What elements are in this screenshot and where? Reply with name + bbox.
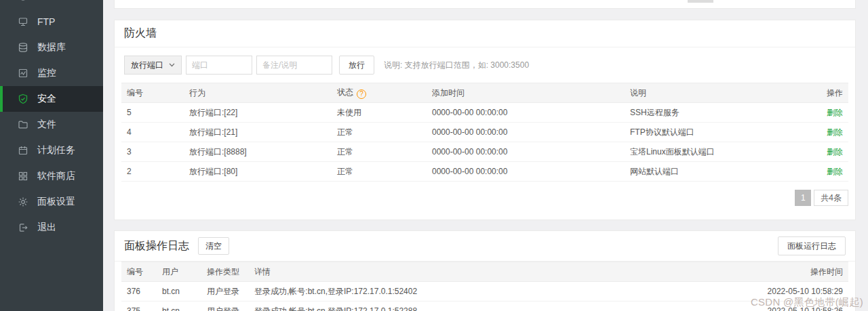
folder-icon bbox=[18, 119, 28, 130]
log-time: 2022-05-10 10:58:29 bbox=[719, 282, 848, 302]
rule-type-select[interactable]: 放行端口 bbox=[124, 56, 182, 75]
log-type: 用户登录 bbox=[201, 282, 249, 302]
rule-added: 0000-00-00 00:00:00 bbox=[427, 162, 625, 182]
rule-status: 正常 bbox=[332, 162, 427, 182]
log-id: 376 bbox=[121, 282, 157, 302]
sidebar-item-logout[interactable]: 退出 bbox=[0, 215, 103, 241]
panel-run-log-button[interactable]: 面板运行日志 bbox=[778, 236, 846, 255]
sidebar-item-label: 退出 bbox=[37, 222, 56, 234]
cutoff-button-remnant bbox=[688, 0, 713, 3]
log-row: 376 bt.cn 用户登录 登录成功,帐号:bt.cn,登录IP:172.17… bbox=[121, 282, 848, 302]
delete-rule-link[interactable]: 删除 bbox=[827, 167, 843, 176]
allow-port-button[interactable]: 放行 bbox=[339, 56, 374, 75]
sidebar-item-database[interactable]: 数据库 bbox=[0, 35, 103, 60]
rule-action: 放行端口:[8888] bbox=[184, 142, 332, 162]
col-log-type: 操作类型 bbox=[201, 262, 249, 282]
clear-logs-button[interactable]: 清空 bbox=[198, 237, 229, 255]
delete-rule-link[interactable]: 删除 bbox=[827, 147, 843, 157]
col-log-time: 操作时间 bbox=[719, 262, 848, 282]
shield-icon bbox=[18, 94, 28, 104]
log-type: 用户登录 bbox=[201, 302, 249, 311]
firewall-rule-row: 5 放行端口:[22] 未使用 0000-00-00 00:00:00 SSH远… bbox=[121, 103, 848, 123]
rule-id: 2 bbox=[121, 162, 184, 182]
sidebar-item-settings[interactable]: 面板设置 bbox=[0, 189, 103, 215]
firewall-rule-row: 2 放行端口:[80] 正常 0000-00-00 00:00:00 网站默认端… bbox=[121, 162, 848, 182]
sidebar-item-appstore[interactable]: 软件商店 bbox=[0, 163, 103, 189]
rule-id: 5 bbox=[121, 103, 184, 123]
database-icon bbox=[18, 42, 28, 53]
col-log-id: 编号 bbox=[121, 262, 157, 282]
port-input[interactable] bbox=[186, 56, 252, 75]
sidebar-item-security[interactable]: 安全 bbox=[0, 86, 103, 112]
logs-table-header-row: 编号 用户 操作类型 详情 操作时间 bbox=[121, 262, 848, 282]
sidebar-menu: 网站 FTP 数据库 监控 安全 bbox=[0, 0, 103, 241]
sidebar-item-label: 软件商店 bbox=[37, 170, 75, 182]
rule-remark: 网站默认端口 bbox=[625, 162, 787, 182]
col-log-detail: 详情 bbox=[249, 262, 719, 282]
log-detail: 登录成功,帐号:bt.cn,登录IP:172.17.0.1:52402 bbox=[249, 282, 719, 302]
delete-rule-link[interactable]: 删除 bbox=[827, 127, 843, 137]
sidebar-item-label: 计划任务 bbox=[37, 144, 75, 157]
status-help-icon[interactable]: ? bbox=[357, 89, 366, 99]
rule-added: 0000-00-00 00:00:00 bbox=[427, 123, 625, 142]
logout-icon bbox=[18, 222, 28, 233]
col-operation: 操作 bbox=[787, 83, 848, 103]
col-action: 行为 bbox=[184, 83, 332, 103]
firewall-table-header-row: 编号 行为 状态? 添加时间 说明 操作 bbox=[121, 83, 848, 103]
rule-status: 正常 bbox=[332, 123, 427, 142]
ftp-icon bbox=[18, 16, 28, 27]
logs-table-wrap: 编号 用户 操作类型 详情 操作时间 376 bt.cn 用户登录 登录成功,帐… bbox=[115, 262, 855, 311]
sidebar-item-ftp[interactable]: FTP bbox=[0, 9, 103, 35]
col-status: 状态? bbox=[332, 83, 427, 103]
port-range-hint: 说明: 支持放行端口范围，如: 3000:3500 bbox=[384, 60, 529, 71]
page-title: 防火墙 bbox=[124, 26, 157, 41]
pagination: 1 共4条 bbox=[115, 182, 855, 220]
rule-type-selected-value: 放行端口 bbox=[131, 60, 163, 71]
chevron-down-icon bbox=[169, 63, 175, 67]
logs-table: 编号 用户 操作类型 详情 操作时间 376 bt.cn 用户登录 登录成功,帐… bbox=[121, 262, 848, 311]
sidebar-item-label: 安全 bbox=[37, 93, 56, 105]
rule-action: 放行端口:[21] bbox=[184, 123, 332, 142]
sidebar-item-cron[interactable]: 计划任务 bbox=[0, 138, 103, 163]
col-remark: 说明 bbox=[625, 83, 787, 103]
logs-card-header: 面板操作日志 清空 面板运行日志 bbox=[115, 231, 855, 262]
rule-id: 3 bbox=[121, 142, 184, 162]
log-user: bt.cn bbox=[157, 282, 201, 302]
main-content: 防火墙 放行端口 放行 说明: 支持放行端口范围，如: 3000:3500 编号… bbox=[103, 0, 868, 311]
rule-remark: FTP协议默认端口 bbox=[625, 123, 787, 142]
firewall-table: 编号 行为 状态? 添加时间 说明 操作 5 放行端口:[22] 未使用 bbox=[121, 83, 848, 182]
firewall-rule-row: 3 放行端口:[8888] 正常 0000-00-00 00:00:00 宝塔L… bbox=[121, 142, 848, 162]
rule-status: 未使用 bbox=[332, 103, 427, 123]
calendar-icon bbox=[18, 145, 28, 156]
page-total-label: 共4条 bbox=[814, 190, 848, 206]
page-number-button[interactable]: 1 bbox=[795, 190, 811, 206]
sidebar-item-website[interactable]: 网站 bbox=[0, 0, 103, 9]
log-id: 375 bbox=[121, 302, 157, 311]
sidebar-item-label: 数据库 bbox=[37, 41, 66, 54]
sidebar-item-monitor[interactable]: 监控 bbox=[0, 60, 103, 86]
store-icon bbox=[18, 171, 28, 182]
rule-remark: SSH远程服务 bbox=[625, 103, 787, 123]
delete-rule-link[interactable]: 删除 bbox=[827, 108, 843, 117]
rule-status: 正常 bbox=[332, 142, 427, 162]
sidebar-item-label: 面板设置 bbox=[37, 196, 75, 208]
sidebar-item-label: 监控 bbox=[37, 67, 56, 79]
firewall-rule-row: 4 放行端口:[21] 正常 0000-00-00 00:00:00 FTP协议… bbox=[121, 123, 848, 142]
sidebar-item-files[interactable]: 文件 bbox=[0, 112, 103, 138]
log-row: 375 bt.cn 用户登录 登录成功,帐号:bt.cn,登录IP:172.17… bbox=[121, 302, 848, 311]
col-id: 编号 bbox=[121, 83, 184, 103]
sidebar: 网站 FTP 数据库 监控 安全 bbox=[0, 0, 103, 311]
rule-added: 0000-00-00 00:00:00 bbox=[427, 103, 625, 123]
sidebar-item-label: FTP bbox=[37, 16, 55, 27]
firewall-card-header: 防火墙 bbox=[115, 20, 855, 47]
remark-input[interactable] bbox=[256, 56, 332, 75]
log-user: bt.cn bbox=[157, 302, 201, 311]
rule-action: 放行端口:[22] bbox=[184, 103, 332, 123]
rule-added: 0000-00-00 00:00:00 bbox=[427, 142, 625, 162]
firewall-toolbar: 放行端口 放行 说明: 支持放行端口范围，如: 3000:3500 bbox=[115, 47, 855, 83]
logs-card: 面板操作日志 清空 面板运行日志 编号 用户 操作类型 详情 操作时间 bbox=[114, 230, 856, 311]
gear-icon bbox=[18, 196, 28, 207]
rule-remark: 宝塔Linux面板默认端口 bbox=[625, 142, 787, 162]
log-detail: 登录成功,帐号:bt.cn,登录IP:172.17.0.1:52288 bbox=[249, 302, 719, 311]
col-added-time: 添加时间 bbox=[427, 83, 625, 103]
